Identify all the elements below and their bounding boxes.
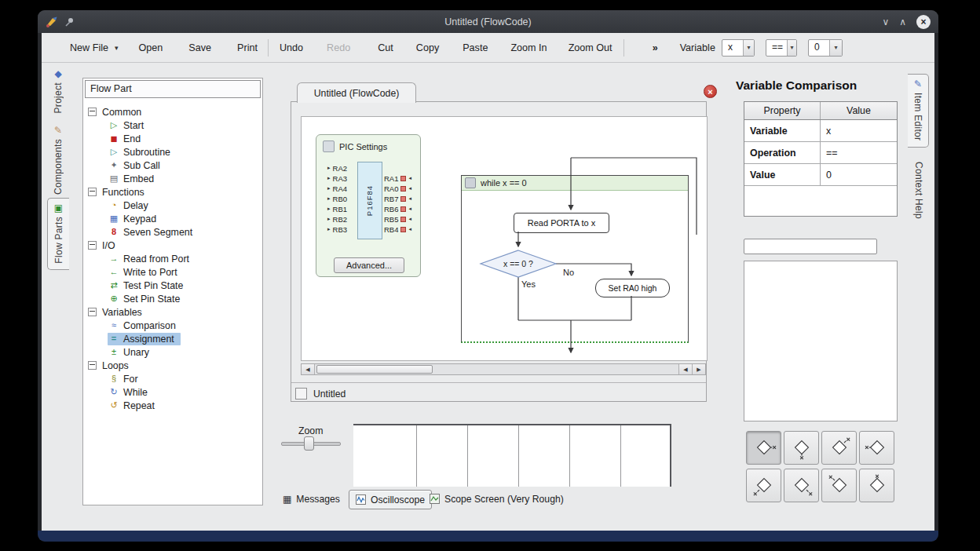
dropdown-arrow-icon[interactable]: ▾ <box>787 40 796 56</box>
pin-in-icon: ▸ <box>327 195 331 202</box>
pic-settings-panel[interactable]: PIC Settings P16F84 ▸ RA2 ▸ RA3 ▸ RA4 <box>316 134 421 277</box>
document-close-button[interactable]: × <box>704 85 717 98</box>
operator-combo[interactable]: == ▾ <box>766 39 797 57</box>
scroll-left-button[interactable]: ◀ <box>302 364 315 374</box>
zoom-in-button[interactable]: Zoom In <box>510 42 547 53</box>
pic-settings-icon[interactable] <box>323 140 335 152</box>
table-row[interactable]: Variable x <box>744 120 897 142</box>
scroll-right-button[interactable]: ▶ <box>692 364 705 374</box>
new-file-caret-icon[interactable]: ▾ <box>115 44 119 52</box>
tree-item-test-pin-state[interactable]: ⇄ Test Pin State <box>83 279 262 292</box>
tab-messages[interactable]: ▦ Messages <box>283 490 340 508</box>
variable-combo[interactable]: x ▾ <box>722 39 755 57</box>
pin-row: ▸ RA3 <box>327 173 347 183</box>
copy-button[interactable]: Copy <box>416 42 439 53</box>
tab-flow-parts[interactable]: ▣ Flow Parts <box>47 198 69 270</box>
item-editor-listbox[interactable] <box>744 261 898 421</box>
scrollbar-thumb[interactable] <box>316 365 433 374</box>
embed-icon: ▤ <box>108 174 120 183</box>
decision-template-x-left-button[interactable] <box>859 431 894 465</box>
new-file-button[interactable]: New File <box>70 42 108 53</box>
tab-oscilloscope[interactable]: Oscilloscope <box>349 490 432 509</box>
collapse-toggle-icon[interactable] <box>88 188 97 196</box>
while-loop-icon[interactable] <box>465 177 476 188</box>
decision-template-x-top-right-button[interactable] <box>821 431 857 465</box>
zoom-slider-handle[interactable] <box>304 436 314 451</box>
toolbar-overflow-button[interactable]: » <box>653 42 658 53</box>
decision-template-x-bottom-right-button[interactable] <box>784 469 819 502</box>
document-tab[interactable]: Untitled (FlowCode) <box>297 82 416 103</box>
value-combo[interactable]: 0 ▾ <box>808 39 843 57</box>
tree-item-end[interactable]: ◼ End <box>83 132 262 145</box>
flow-part-header[interactable]: Flow Part <box>85 80 261 98</box>
open-button[interactable]: Open <box>139 42 163 53</box>
flowchart-canvas[interactable]: PIC Settings P16F84 ▸ RA2 ▸ RA3 ▸ RA4 <box>301 116 708 361</box>
tree-item-assignment[interactable]: = Assignment <box>83 332 262 345</box>
tree-item-start[interactable]: ▷ Start <box>83 119 262 132</box>
titlebar[interactable]: Untitled (FlowCode) ∨ ∧ × <box>38 10 938 33</box>
advanced-button[interactable]: Advanced... <box>334 257 404 273</box>
collapse-toggle-icon[interactable] <box>88 308 97 316</box>
tab-components[interactable]: ✎ Components <box>47 121 69 193</box>
tree-item-while[interactable]: ↻ While <box>83 385 262 399</box>
pin-icon[interactable] <box>64 16 75 27</box>
read-porta-box[interactable]: Read PORTA to x <box>514 213 609 233</box>
chevron-up-icon[interactable]: ∧ <box>899 17 906 27</box>
tree-item-delay[interactable]: ◔ Delay <box>83 199 262 212</box>
save-button[interactable]: Save <box>188 42 211 53</box>
tree-item-keypad[interactable]: ▦ Keypad <box>83 212 262 225</box>
collapse-toggle-icon[interactable] <box>88 108 97 116</box>
decision-template-x-bottom-button[interactable] <box>784 431 819 465</box>
item-editor-input[interactable] <box>744 239 877 254</box>
zoom-out-button[interactable]: Zoom Out <box>569 42 612 53</box>
horizontal-scrollbar[interactable]: ◀ ◀ ▶ <box>301 363 706 375</box>
tree-item-read-from-port[interactable]: → Read from Port <box>83 252 262 265</box>
undo-button[interactable]: Undo <box>280 42 303 53</box>
close-window-button[interactable]: × <box>916 15 931 29</box>
set-ra0-box[interactable]: Set RA0 high <box>595 279 670 297</box>
subroutine-icon: ▷ <box>108 148 120 156</box>
tree-group-functions[interactable]: Functions <box>83 185 262 199</box>
tree-item-sub-call[interactable]: ✦ Sub Call <box>83 159 262 172</box>
window-title: Untitled (FlowCode) <box>38 16 938 27</box>
untitled-macro-row[interactable]: Untitled <box>291 386 706 402</box>
collapse-toggle-icon[interactable] <box>88 241 97 250</box>
macro-icon[interactable] <box>295 388 307 400</box>
tree-item-subroutine[interactable]: ▷ Subroutine <box>83 145 262 159</box>
tree-item-write-to-port[interactable]: ← Write to Port <box>83 265 262 279</box>
tree-item-set-pin-state[interactable]: ⊕ Set Pin State <box>83 292 262 305</box>
print-button[interactable]: Print <box>237 42 258 53</box>
tree-item-unary[interactable]: ± Unary <box>83 345 262 359</box>
chevron-down-icon[interactable]: ∨ <box>882 17 889 27</box>
decision-template-x-right-button[interactable] <box>746 431 781 465</box>
tab-project[interactable]: ◆ Project <box>47 64 69 116</box>
tree-item-embed[interactable]: ▤ Embed <box>83 172 262 185</box>
tree-group-loops[interactable]: Loops <box>83 359 262 372</box>
tree-group-io[interactable]: I/O <box>83 239 262 252</box>
pin-in-icon: ▸ <box>327 175 331 181</box>
item-editor-title: Variable Comparison <box>736 78 857 93</box>
decision-template-x-bottom-left-button[interactable] <box>746 469 781 502</box>
tree-item-comparison[interactable]: ≈ Comparison <box>83 319 262 332</box>
table-row[interactable]: Value 0 <box>744 164 897 186</box>
scroll-left-button[interactable]: ◀ <box>678 364 692 374</box>
tree-group-variables[interactable]: Variables <box>83 305 262 319</box>
tree-item-for[interactable]: § For <box>83 372 262 385</box>
tree-item-repeat[interactable]: ↺ Repeat <box>83 399 262 412</box>
table-row[interactable]: Operation == <box>744 142 897 164</box>
tree-item-seven-segment[interactable]: 8 Seven Segment <box>83 225 262 239</box>
cut-button[interactable]: Cut <box>378 42 393 53</box>
decision-template-x-top-button[interactable] <box>859 469 894 502</box>
tab-scope-screen[interactable]: Scope Screen (Very Rough) <box>430 490 564 508</box>
collapse-toggle-icon[interactable] <box>88 361 97 370</box>
dropdown-arrow-icon[interactable]: ▾ <box>829 40 842 56</box>
tree-group-common[interactable]: Common <box>83 105 262 119</box>
decision-template-x-top-left-button[interactable] <box>821 469 857 502</box>
tab-item-editor[interactable]: ✎ Item Editor <box>908 74 929 148</box>
dropdown-arrow-icon[interactable]: ▾ <box>743 40 754 56</box>
divider <box>291 382 706 383</box>
scrollbar-track[interactable] <box>315 364 678 374</box>
paste-button[interactable]: Paste <box>463 42 488 53</box>
tab-context-help[interactable]: Context Help <box>908 157 929 231</box>
scope-gridline <box>467 425 468 487</box>
